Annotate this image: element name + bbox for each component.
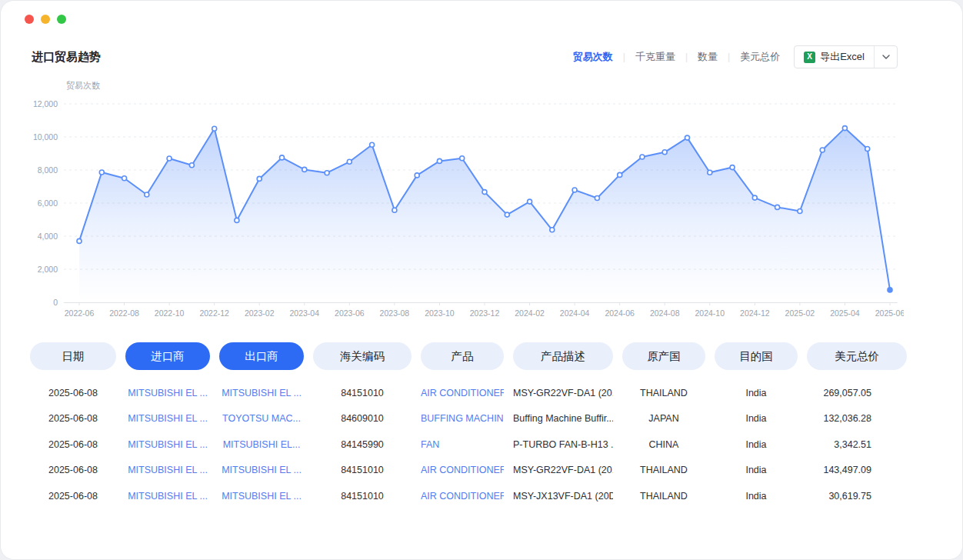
cell-usd-total: 269,057.05	[807, 388, 907, 398]
data-point[interactable]	[302, 167, 307, 172]
data-point[interactable]	[235, 218, 239, 222]
column-pill-7[interactable]: 目的国	[715, 342, 798, 370]
cell-importer[interactable]: MITSUBISHI EL ...	[125, 388, 210, 398]
header-right: 贸易次数|千克重量|数量|美元总价 X 导出Excel	[573, 45, 898, 68]
cell-product[interactable]: FAN	[421, 439, 504, 450]
data-point[interactable]	[550, 228, 555, 232]
metric-tab-0[interactable]: 贸易次数	[573, 50, 613, 64]
cell-product[interactable]: AIR CONDITIONER	[421, 388, 504, 398]
cell-hs-code: 84145990	[313, 439, 412, 450]
data-point[interactable]	[460, 156, 465, 161]
cell-date: 2025-06-08	[30, 413, 116, 424]
data-point[interactable]	[775, 205, 780, 209]
data-point[interactable]	[730, 165, 735, 170]
x-tick-label: 2024-08	[650, 308, 680, 318]
data-point[interactable]	[662, 150, 667, 155]
data-point[interactable]	[865, 147, 870, 152]
export-dropdown-toggle[interactable]	[874, 46, 897, 68]
cell-usd-total: 132,036.28	[807, 413, 907, 424]
column-pill-1[interactable]: 进口商	[125, 342, 210, 370]
table-row: 2025-06-08MITSUBISHI EL ...MITSUBISHI EL…	[30, 432, 907, 458]
data-point[interactable]	[347, 159, 352, 164]
cell-importer[interactable]: MITSUBISHI EL ...	[125, 413, 210, 424]
cell-product[interactable]: AIR CONDITIONER	[421, 465, 504, 475]
data-point[interactable]	[145, 192, 149, 197]
data-point[interactable]	[820, 148, 825, 152]
x-tick-label: 2024-06	[605, 308, 635, 318]
metric-tabs: 贸易次数|千克重量|数量|美元总价	[573, 50, 780, 64]
x-tick-label: 2022-10	[155, 308, 185, 318]
data-point[interactable]	[77, 238, 82, 243]
metric-tab-2[interactable]: 数量	[698, 50, 718, 64]
cell-importer[interactable]: MITSUBISHI EL ...	[125, 465, 210, 475]
cell-description: MSY-GR22VF-DA1 (20...	[513, 388, 613, 398]
data-point[interactable]	[392, 208, 397, 212]
cell-exporter[interactable]: MITSUBISHI EL ...	[219, 465, 304, 475]
data-point[interactable]	[505, 212, 509, 217]
data-point[interactable]	[325, 171, 329, 175]
export-excel-main[interactable]: X 导出Excel	[795, 46, 874, 68]
data-point[interactable]	[257, 176, 262, 181]
data-point[interactable]	[280, 155, 285, 160]
tab-separator: |	[728, 52, 730, 62]
cell-description: MSY-GR22VF-DA1 (20...	[513, 465, 613, 475]
column-pill-3[interactable]: 海关编码	[313, 342, 412, 370]
x-tick-label: 2022-12	[199, 308, 229, 318]
column-pill-2[interactable]: 出口商	[219, 342, 304, 370]
data-point[interactable]	[415, 173, 419, 178]
data-point[interactable]	[752, 195, 757, 200]
cell-exporter[interactable]: MITSUBISHI EL...	[219, 439, 304, 450]
data-point[interactable]	[370, 142, 375, 147]
metric-tab-1[interactable]: 千克重量	[635, 50, 675, 64]
data-point[interactable]	[212, 126, 217, 131]
column-pill-4[interactable]: 产品	[421, 342, 504, 370]
export-excel-button[interactable]: X 导出Excel	[794, 45, 898, 68]
y-tick-label: 6,000	[38, 198, 58, 208]
close-button[interactable]	[25, 15, 34, 24]
cell-description: Buffing Machine Buffir...	[513, 413, 613, 424]
data-point[interactable]	[708, 170, 712, 175]
data-point[interactable]	[618, 172, 622, 177]
data-point[interactable]	[482, 190, 487, 195]
cell-exporter[interactable]: MITSUBISHI EL ...	[219, 388, 304, 398]
data-point[interactable]	[99, 170, 104, 175]
cell-origin-country: THAILAND	[622, 465, 705, 475]
zoom-button[interactable]	[57, 15, 66, 24]
data-point[interactable]	[122, 176, 127, 181]
data-point[interactable]	[888, 288, 892, 292]
y-tick-label: 10,000	[33, 132, 58, 142]
x-tick-label: 2024-10	[695, 308, 725, 318]
cell-origin-country: CHINA	[622, 439, 705, 450]
cell-product[interactable]: AIR CONDITIONER	[421, 491, 504, 502]
cell-destination-country: India	[715, 491, 798, 502]
cell-date: 2025-06-08	[30, 439, 116, 450]
table-row: 2025-06-08MITSUBISHI EL ...MITSUBISHI EL…	[30, 458, 907, 484]
data-point[interactable]	[595, 196, 599, 201]
cell-description: P-TURBO FAN-B-H13 ...	[513, 439, 613, 450]
data-point[interactable]	[528, 199, 532, 204]
cell-importer[interactable]: MITSUBISHI EL ...	[125, 439, 210, 450]
cell-exporter[interactable]: TOYOTSU MAC...	[219, 413, 304, 424]
cell-origin-country: JAPAN	[622, 413, 705, 424]
data-point[interactable]	[437, 158, 442, 163]
cell-exporter[interactable]: MITSUBISHI EL ...	[219, 491, 304, 502]
data-point[interactable]	[572, 188, 577, 192]
data-point[interactable]	[167, 156, 172, 161]
metric-tab-3[interactable]: 美元总价	[740, 50, 780, 64]
column-pill-8[interactable]: 美元总价	[807, 342, 907, 370]
cell-product[interactable]: BUFFING MACHINE	[421, 413, 504, 424]
data-point[interactable]	[189, 163, 194, 168]
trend-area-chart[interactable]: 贸易次数02,0004,0006,0008,00010,00012,000202…	[30, 76, 904, 324]
column-pill-6[interactable]: 原产国	[622, 342, 705, 370]
column-pill-0[interactable]: 日期	[30, 342, 116, 370]
data-point[interactable]	[685, 135, 690, 140]
excel-icon: X	[804, 52, 815, 63]
cell-date: 2025-06-08	[30, 491, 116, 502]
data-point[interactable]	[798, 209, 802, 214]
minimize-button[interactable]	[41, 15, 50, 24]
cell-usd-total: 30,619.75	[807, 491, 907, 502]
data-point[interactable]	[640, 155, 645, 159]
column-pill-5[interactable]: 产品描述	[513, 342, 613, 370]
cell-importer[interactable]: MITSUBISHI EL ...	[125, 491, 210, 502]
data-point[interactable]	[842, 126, 847, 131]
